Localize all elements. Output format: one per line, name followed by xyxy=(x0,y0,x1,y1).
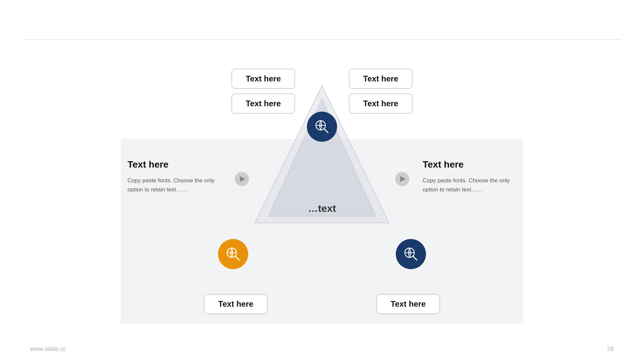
circle-top xyxy=(307,112,337,142)
text-box-bottom-left: Text here xyxy=(204,294,268,314)
text-box-top-right-2: Text here xyxy=(349,94,413,114)
circle-bottom-left xyxy=(218,239,248,269)
footer-url: www.islide.cc xyxy=(30,346,66,353)
svg-line-4 xyxy=(324,129,328,133)
right-title: Text here xyxy=(423,159,517,170)
right-body: Copy paste fonts. Choose the only option… xyxy=(423,176,517,194)
left-title: Text here xyxy=(127,159,221,170)
right-section: Text here Copy paste fonts. Choose the o… xyxy=(423,159,517,194)
main-content: Text here Copy paste fonts. Choose the o… xyxy=(0,44,644,342)
text-box-top-right-1: Text here xyxy=(349,69,413,89)
footer-page: 28 xyxy=(607,346,614,353)
center-text: …text xyxy=(308,203,336,214)
diagram-wrapper: Text here Copy paste fonts. Choose the o… xyxy=(121,62,523,323)
globe-search-icon-top xyxy=(313,118,331,135)
globe-search-icon-bottom-right xyxy=(402,245,420,263)
svg-line-12 xyxy=(413,256,417,260)
left-body: Copy paste fonts. Choose the only option… xyxy=(127,176,221,194)
circle-bottom-right xyxy=(396,239,426,269)
text-box-top-left-2: Text here xyxy=(231,94,295,114)
left-section: Text here Copy paste fonts. Choose the o… xyxy=(127,159,221,194)
top-divider xyxy=(23,40,621,40)
text-box-bottom-right: Text here xyxy=(376,294,440,314)
globe-search-icon-bottom-left xyxy=(224,245,242,263)
text-box-top-left-1: Text here xyxy=(231,69,295,89)
svg-line-8 xyxy=(235,256,239,260)
footer: www.islide.cc 28 xyxy=(30,346,614,353)
